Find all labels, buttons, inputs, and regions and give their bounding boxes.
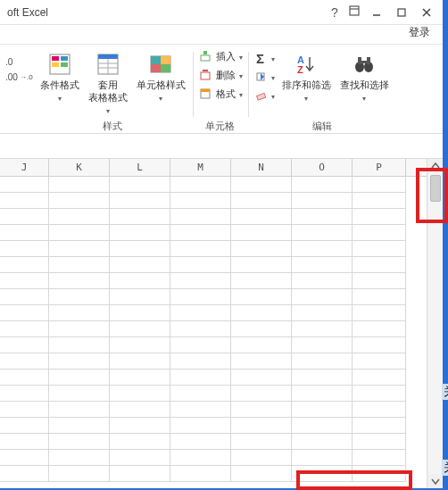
cell[interactable] [353, 370, 406, 386]
cell[interactable] [0, 353, 49, 370]
cell[interactable] [0, 337, 49, 353]
cell[interactable] [110, 193, 170, 209]
cell[interactable] [110, 337, 170, 353]
cell[interactable] [353, 418, 406, 434]
cell[interactable] [170, 305, 231, 321]
cell[interactable] [292, 193, 353, 209]
minimize-button[interactable] [364, 4, 389, 21]
cell[interactable] [353, 337, 406, 353]
formula-bar[interactable] [0, 134, 443, 159]
cell[interactable] [0, 450, 49, 466]
conditional-formatting-button[interactable]: 条件格式 ▾ [38, 48, 81, 107]
cell[interactable] [49, 257, 110, 273]
cell[interactable] [110, 402, 170, 418]
cell[interactable] [170, 386, 231, 402]
cell[interactable] [231, 193, 292, 209]
cell[interactable] [292, 402, 353, 418]
cell[interactable] [110, 450, 170, 466]
clear-button[interactable]: ▾ [253, 87, 275, 104]
cell[interactable] [49, 289, 110, 305]
cell[interactable] [0, 193, 49, 209]
cell[interactable] [292, 305, 353, 321]
cell[interactable] [49, 193, 110, 209]
cell[interactable] [170, 353, 231, 370]
cell[interactable] [170, 370, 231, 386]
decrease-decimal-button[interactable]: .00 →.0 [5, 72, 33, 82]
cell[interactable] [231, 370, 292, 386]
cell[interactable] [170, 337, 231, 353]
cell[interactable] [231, 466, 292, 482]
close-button[interactable] [414, 4, 439, 21]
col-header-J[interactable]: J [0, 159, 49, 176]
col-header-N[interactable]: N [231, 159, 292, 176]
cell[interactable] [110, 305, 170, 321]
cell[interactable] [110, 321, 170, 337]
cell[interactable] [110, 241, 170, 257]
scroll-up-arrow[interactable] [428, 159, 443, 173]
cell[interactable] [170, 177, 231, 193]
cell[interactable] [292, 321, 353, 337]
cell[interactable] [231, 321, 292, 337]
cell[interactable] [49, 321, 110, 337]
cell[interactable] [0, 289, 49, 305]
cell[interactable] [292, 466, 353, 482]
cell[interactable] [353, 273, 406, 289]
cell[interactable] [0, 273, 49, 289]
help-button[interactable]: ? [325, 5, 344, 20]
cell[interactable] [353, 305, 406, 321]
cell[interactable] [170, 450, 231, 466]
cell[interactable] [292, 209, 353, 225]
col-header-P[interactable]: P [353, 159, 406, 176]
cell[interactable] [170, 402, 231, 418]
cell[interactable] [49, 241, 110, 257]
cell[interactable] [110, 177, 170, 193]
cell[interactable] [353, 177, 406, 193]
cell[interactable] [231, 418, 292, 434]
cell[interactable] [170, 241, 231, 257]
sort-filter-button[interactable]: AZ 排序和筛选 ▾ [280, 48, 333, 107]
cell[interactable] [292, 289, 353, 305]
cell[interactable] [353, 321, 406, 337]
cell[interactable] [170, 273, 231, 289]
cell[interactable] [170, 434, 231, 450]
cell[interactable] [292, 418, 353, 434]
cell[interactable] [0, 225, 49, 241]
increase-decimal-button[interactable]: .0 [5, 57, 33, 67]
cell[interactable] [0, 241, 49, 257]
cell[interactable] [353, 386, 406, 402]
col-header-M[interactable]: M [170, 159, 231, 176]
cell[interactable] [110, 434, 170, 450]
col-header-O[interactable]: O [292, 159, 353, 176]
col-header-K[interactable]: K [49, 159, 110, 176]
cell[interactable] [292, 273, 353, 289]
cell[interactable] [110, 418, 170, 434]
cell[interactable] [231, 402, 292, 418]
cell[interactable] [110, 386, 170, 402]
autosum-button[interactable]: Σ ▾ [253, 50, 275, 66]
cell[interactable] [49, 386, 110, 402]
cell[interactable] [231, 241, 292, 257]
cell[interactable] [231, 353, 292, 370]
cell[interactable] [110, 225, 170, 241]
cell[interactable] [170, 257, 231, 273]
cell[interactable] [0, 370, 49, 386]
cell[interactable] [0, 305, 49, 321]
cell[interactable] [231, 257, 292, 273]
cell[interactable] [292, 225, 353, 241]
cell[interactable] [110, 209, 170, 225]
cell[interactable] [292, 434, 353, 450]
cell[interactable] [0, 434, 49, 450]
cell[interactable] [231, 305, 292, 321]
cell[interactable] [49, 450, 110, 466]
login-link[interactable]: 登录 [0, 25, 443, 45]
cell[interactable] [292, 257, 353, 273]
cell[interactable] [231, 225, 292, 241]
cell[interactable] [49, 305, 110, 321]
format-button[interactable]: 格式 ▾ [198, 86, 243, 102]
cell[interactable] [170, 225, 231, 241]
cell[interactable] [353, 257, 406, 273]
cell[interactable] [292, 353, 353, 370]
ribbon-display-button[interactable] [344, 4, 364, 20]
cell[interactable] [170, 321, 231, 337]
cell[interactable] [231, 209, 292, 225]
